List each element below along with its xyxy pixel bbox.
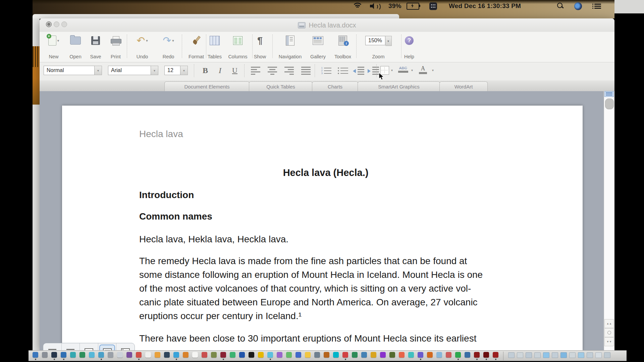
battery-percent[interactable]: 39% xyxy=(388,2,401,10)
tab-charts[interactable]: Charts xyxy=(312,81,358,91)
tab-smartart-graphics[interactable]: SmartArt Graphics xyxy=(358,81,440,91)
select-browse-object-button[interactable] xyxy=(604,328,614,337)
dock-app-icon[interactable] xyxy=(98,352,104,358)
menubar-clock[interactable]: Wed Dec 16 1:30:33 PM xyxy=(449,2,521,10)
style-value[interactable]: Normal xyxy=(44,66,95,75)
font-combo[interactable]: Arial ▾ xyxy=(108,66,158,75)
navigation-button[interactable]: Navigation xyxy=(276,34,304,59)
dock-app-icon[interactable] xyxy=(324,352,329,358)
columns-button[interactable]: Columns xyxy=(226,34,250,59)
dock-app-icon[interactable] xyxy=(145,352,151,358)
dock-app-icon[interactable] xyxy=(277,352,282,358)
dock-app-icon[interactable] xyxy=(267,352,273,358)
zoom-dropdown-button[interactable]: ▾ xyxy=(385,36,392,46)
dock-app-icon[interactable] xyxy=(474,352,480,358)
dock-app-icon[interactable] xyxy=(136,352,142,358)
font-size-dropdown-button[interactable]: ▾ xyxy=(180,66,188,75)
tab-wordart[interactable]: WordArt xyxy=(439,81,488,91)
dock-app-icon[interactable] xyxy=(70,352,76,358)
align-right-button[interactable] xyxy=(284,67,294,75)
dock-window-icon[interactable] xyxy=(552,352,558,358)
tables-button[interactable]: Tables xyxy=(204,34,225,59)
browse-previous-button[interactable]: ▲▲ xyxy=(604,319,614,328)
dock-window-icon[interactable] xyxy=(587,352,593,358)
dock-app-icon[interactable] xyxy=(296,352,301,358)
highlight-button[interactable]: ABC xyxy=(397,66,409,75)
toolbox-button[interactable]: i Toolbox xyxy=(332,34,354,59)
borders-dropdown-arrow[interactable]: ▾ xyxy=(391,68,393,72)
dock-app-icon[interactable] xyxy=(89,352,95,358)
dock-app-icon[interactable] xyxy=(427,352,433,358)
volume-icon[interactable] xyxy=(370,2,380,10)
bullet-list-button[interactable] xyxy=(337,67,348,75)
font-color-button[interactable]: A xyxy=(419,65,427,75)
tab-quick-tables[interactable]: Quick Tables xyxy=(249,81,313,91)
bold-button[interactable]: B xyxy=(200,65,211,76)
new-dropdown-arrow[interactable]: ▾ xyxy=(57,39,59,43)
split-pane-handle[interactable] xyxy=(604,91,614,97)
dock-window-icon[interactable] xyxy=(517,352,523,358)
dock-app-icon[interactable] xyxy=(192,352,198,358)
help-button[interactable]: ? Help xyxy=(398,34,420,59)
dock-app-icon[interactable] xyxy=(465,352,470,358)
battery-icon[interactable] xyxy=(407,2,419,10)
dock-app-icon[interactable] xyxy=(436,352,442,358)
user-menu-icon[interactable] xyxy=(574,2,582,10)
wifi-icon[interactable] xyxy=(353,2,362,10)
document-page[interactable]: Hecla lava Hecla lava (Hecla.) Introduct… xyxy=(62,106,583,350)
undo-button[interactable]: ↶ ▾ Undo xyxy=(131,34,153,59)
increase-indent-button[interactable] xyxy=(368,67,379,75)
dock-window-icon[interactable] xyxy=(569,352,576,358)
dock-app-icon[interactable] xyxy=(220,352,226,358)
dock-app-icon[interactable] xyxy=(389,352,395,358)
dock-app-icon[interactable] xyxy=(408,352,414,358)
undo-dropdown-arrow[interactable]: ▾ xyxy=(146,39,148,43)
align-left-button[interactable] xyxy=(251,67,260,75)
zoom-value-field[interactable]: 150% xyxy=(365,36,385,45)
scrollbar-thumb[interactable] xyxy=(605,99,614,109)
notification-center-icon[interactable] xyxy=(592,2,601,10)
gallery-button[interactable]: Gallery xyxy=(307,34,329,59)
dock-window-icon[interactable] xyxy=(543,352,549,358)
dock-window-icon[interactable] xyxy=(578,352,584,358)
dock-app-icon[interactable] xyxy=(126,352,132,358)
dock-app-icon[interactable] xyxy=(483,352,489,358)
spotlight-icon[interactable] xyxy=(557,2,564,10)
font-size-value[interactable]: 12 xyxy=(164,66,180,75)
numbered-list-button[interactable]: 1 2 3 xyxy=(321,67,331,75)
dock-app-icon[interactable] xyxy=(418,352,423,358)
save-button[interactable]: Save xyxy=(85,34,106,59)
dock-window-icon[interactable] xyxy=(604,352,610,358)
dock-app-icon[interactable] xyxy=(446,352,451,358)
print-button[interactable]: Print xyxy=(105,34,126,59)
open-button[interactable]: Open xyxy=(65,34,86,59)
dock-app-icon[interactable] xyxy=(108,352,113,358)
dock-app-icon[interactable] xyxy=(239,352,245,358)
show-button[interactable]: ¶ Show xyxy=(249,34,271,59)
redo-button[interactable]: ↷ ▾ Redo xyxy=(158,34,179,59)
style-dropdown-button[interactable]: ▾ xyxy=(95,66,102,75)
vertical-scrollbar[interactable] xyxy=(604,91,614,350)
dock-app-icon[interactable] xyxy=(249,352,254,358)
dock-app-icon[interactable] xyxy=(155,352,160,358)
decrease-indent-button[interactable] xyxy=(353,67,364,75)
browse-next-button[interactable]: ▼▼ xyxy=(604,337,614,346)
input-source-icon[interactable] xyxy=(429,2,437,10)
tab-document-elements[interactable]: Document Elements xyxy=(164,81,250,91)
dock-app-icon[interactable] xyxy=(399,352,405,358)
font-dropdown-button[interactable]: ▾ xyxy=(151,66,158,75)
dock-app-icon[interactable] xyxy=(42,352,48,358)
dock-app-icon[interactable] xyxy=(333,352,339,358)
dock-app-icon[interactable] xyxy=(352,352,358,358)
dock-app-icon[interactable] xyxy=(258,352,264,358)
dock-window-icon[interactable] xyxy=(508,352,515,358)
dock-app-icon[interactable] xyxy=(173,352,179,358)
dock-app-icon[interactable] xyxy=(61,352,66,358)
dock-app-icon[interactable] xyxy=(286,352,292,358)
dock-app-icon[interactable] xyxy=(361,352,367,358)
dock-window-icon[interactable] xyxy=(595,352,602,358)
font-color-dropdown-arrow[interactable]: ▾ xyxy=(432,68,434,72)
dock-app-icon[interactable] xyxy=(202,352,207,358)
dock-app-icon[interactable] xyxy=(230,352,235,358)
dock-window-icon[interactable] xyxy=(534,352,541,358)
